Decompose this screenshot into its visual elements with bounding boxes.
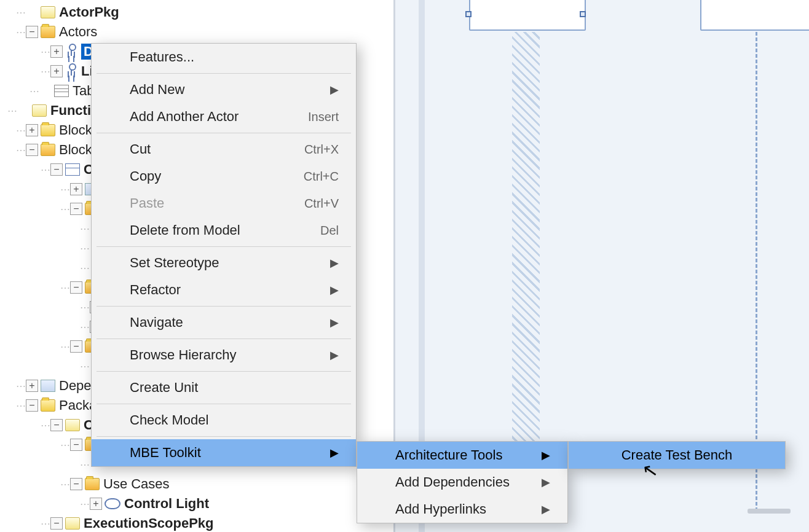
menu-shortcut: Ctrl+C — [304, 170, 339, 184]
submenu-architecture-tools[interactable]: Architecture Tools ▶ — [357, 442, 567, 469]
menu-label: Refactor — [130, 282, 181, 298]
tree-node[interactable]: ⋯−Use Cases — [0, 474, 393, 494]
tree-connector-icon: ⋯ — [80, 243, 89, 254]
tree-node[interactable]: ⋯+Control Light — [0, 494, 393, 514]
tree-expander[interactable]: − — [70, 439, 82, 451]
tree-connector-icon: ⋯ — [7, 105, 16, 117]
menu-separator — [97, 246, 351, 247]
menu-separator — [97, 306, 351, 307]
folder-open-icon — [85, 478, 100, 490]
menu-copy[interactable]: Copy Ctrl+C — [92, 163, 356, 190]
tree-node[interactable]: ⋯−ExecutionScopePkg — [0, 514, 393, 532]
pkg-icon — [65, 419, 80, 431]
tree-connector-icon: ⋯ — [60, 184, 69, 195]
tree-expander-placeholder — [17, 104, 30, 117]
menu-separator — [97, 338, 351, 339]
tree-connector-icon: ⋯ — [60, 282, 69, 294]
resize-handle[interactable] — [580, 11, 586, 17]
menu-cut[interactable]: Cut Ctrl+X — [92, 136, 356, 163]
tree-expander[interactable]: − — [26, 144, 38, 156]
tree-expander[interactable]: + — [26, 380, 38, 392]
tree-connector-icon: ⋯ — [80, 302, 89, 313]
menu-label: Create Unit — [130, 380, 198, 396]
tree-expander[interactable]: − — [26, 26, 38, 38]
tree-expander[interactable]: − — [26, 399, 38, 412]
menu-shortcut: Insert — [308, 110, 339, 124]
tree-expander[interactable]: − — [50, 419, 63, 431]
tree-connector-icon: ⋯ — [80, 361, 89, 372]
submenu-arrow-icon: ▶ — [542, 503, 550, 516]
submenu-add-dependencies[interactable]: Add Dependencies ▶ — [357, 469, 567, 496]
folder-open-icon — [41, 144, 55, 156]
menu-set-stereotype[interactable]: Set Stereotype ▶ — [92, 249, 356, 276]
lifeline-activation-1 — [512, 32, 540, 499]
tree-node-label: ActorPkg — [59, 4, 119, 20]
submenu-arrow-icon: ▶ — [330, 256, 339, 270]
tree-node[interactable]: ⋯−Actors — [0, 22, 393, 42]
tree-connector-icon: ⋯ — [16, 125, 25, 136]
pkg-icon — [65, 517, 80, 530]
menu-browse-hierarchy[interactable]: Browse Hierarchy ▶ — [92, 342, 356, 369]
menu-label: Check Model — [130, 412, 208, 428]
tree-expander[interactable]: − — [70, 203, 82, 215]
menu-navigate[interactable]: Navigate ▶ — [92, 309, 356, 336]
menu-mbe-toolkit[interactable]: MBE Toolkit ▶ — [92, 439, 356, 466]
tree-connector-icon: ⋯ — [60, 439, 69, 451]
menu-separator — [97, 133, 351, 133]
pkg-icon — [41, 6, 55, 18]
tree-node-label: Control Light — [124, 496, 209, 512]
tree-node-label: Use Cases — [103, 476, 170, 492]
menu-create-unit[interactable]: Create Unit — [92, 374, 356, 401]
menu-add-new[interactable]: Add New ▶ — [92, 76, 356, 103]
diagram-block-1[interactable] — [469, 0, 586, 31]
tree-expander[interactable]: − — [50, 163, 63, 176]
folder-icon — [41, 399, 55, 412]
menu-refactor[interactable]: Refactor ▶ — [92, 276, 356, 303]
tree-connector-icon: ⋯ — [30, 85, 38, 97]
menu-label: Navigate — [130, 315, 183, 331]
menu-add-another-actor[interactable]: Add Another Actor Insert — [92, 103, 356, 130]
submenu-arrow-icon: ▶ — [542, 448, 550, 462]
menu-shortcut: Ctrl+V — [304, 197, 339, 211]
menu-shortcut: Ctrl+X — [304, 143, 339, 157]
tree-connector-icon: ⋯ — [41, 420, 49, 431]
menu-label: Architecture Tools — [395, 447, 502, 463]
diagram-block-2[interactable] — [700, 0, 809, 31]
submenu-arrow-icon: ▶ — [330, 446, 339, 460]
tree-connector-icon: ⋯ — [80, 321, 89, 333]
folder-icon — [41, 124, 55, 136]
tree-expander[interactable]: − — [50, 517, 63, 530]
tree-connector-icon: ⋯ — [16, 26, 25, 38]
tree-connector-icon: ⋯ — [41, 66, 49, 77]
menu-check-model[interactable]: Check Model — [92, 407, 356, 434]
submenu-create-test-bench[interactable]: Create Test Bench — [569, 442, 785, 469]
dep-icon — [41, 380, 55, 392]
tree-node-label: Block — [59, 142, 92, 158]
resize-handle[interactable] — [465, 11, 472, 17]
tree-expander[interactable]: − — [70, 340, 82, 353]
horizontal-scroll-hint — [748, 509, 791, 514]
tree-node[interactable]: ⋯ActorPkg — [0, 2, 393, 22]
actor-icon — [65, 44, 77, 60]
tree-expander[interactable]: + — [90, 498, 102, 510]
tree-expander[interactable]: + — [26, 124, 38, 136]
menu-label: Paste — [130, 195, 164, 211]
tree-connector-icon: ⋯ — [41, 46, 49, 58]
tree-connector-icon: ⋯ — [16, 380, 25, 392]
tree-expander-placeholder — [39, 85, 52, 97]
menu-paste: Paste Ctrl+V — [92, 190, 356, 217]
pkg-icon — [32, 104, 47, 117]
menu-label: Create Test Bench — [622, 447, 733, 463]
tree-connector-icon: ⋯ — [60, 203, 69, 215]
menu-delete-from-model[interactable]: Delete from Model Del — [92, 217, 356, 244]
tree-expander[interactable]: + — [50, 65, 63, 77]
tree-expander[interactable]: − — [70, 281, 82, 294]
tree-expander[interactable]: − — [70, 478, 82, 490]
menu-features[interactable]: Features... — [92, 44, 356, 71]
menu-label: Add New — [130, 82, 184, 98]
tree-expander[interactable]: + — [70, 183, 82, 195]
submenu-add-hyperlinks[interactable]: Add Hyperlinks ▶ — [357, 496, 567, 523]
tree-expander[interactable]: + — [50, 45, 63, 58]
menu-label: MBE Toolkit — [130, 445, 201, 461]
menu-label: Add Hyperlinks — [395, 501, 486, 517]
